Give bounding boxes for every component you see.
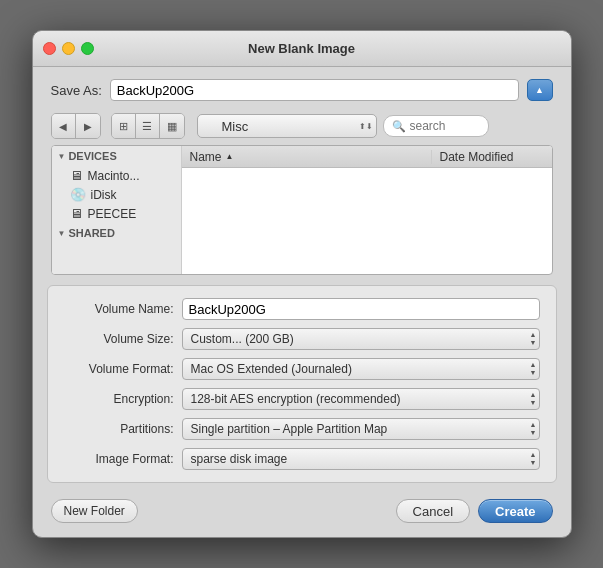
sidebar-item-macinto-label: Macinto...: [88, 169, 140, 183]
sidebar-item-idisk-label: iDisk: [91, 188, 117, 202]
peecee-icon: 🖥: [70, 206, 83, 221]
search-box: 🔍: [383, 115, 489, 137]
close-button[interactable]: [43, 42, 56, 55]
nav-button-group: ◀ ▶: [51, 113, 101, 139]
maximize-button[interactable]: [81, 42, 94, 55]
search-icon: 🔍: [392, 120, 406, 133]
file-list-header: Name ▲ Date Modified: [182, 146, 552, 168]
minimize-button[interactable]: [62, 42, 75, 55]
image-format-row: Image Format: sparse disk image ▲▼: [64, 448, 540, 470]
titlebar: New Blank Image: [33, 31, 571, 67]
form-section: Volume Name: Volume Size: Custom... (200…: [47, 285, 557, 483]
file-browser: ▼ DEVICES 🖥 Macinto... 💿 iDisk 🖥 PEECEE …: [51, 145, 553, 275]
partitions-select[interactable]: Single partition – Apple Partition Map: [182, 418, 540, 440]
back-button[interactable]: ◀: [52, 114, 76, 138]
macinto-icon: 🖥: [70, 168, 83, 183]
encryption-label: Encryption:: [64, 392, 174, 406]
sidebar-item-peecee-label: PEECEE: [88, 207, 137, 221]
icon-view-button[interactable]: ⊞: [112, 114, 136, 138]
window-title: New Blank Image: [248, 41, 355, 56]
new-folder-button[interactable]: New Folder: [51, 499, 138, 523]
file-list: Name ▲ Date Modified: [182, 146, 552, 274]
encryption-select[interactable]: 128-bit AES encryption (recommended): [182, 388, 540, 410]
saveas-chevron-button[interactable]: [527, 79, 553, 101]
volume-size-select[interactable]: Custom... (200 GB): [182, 328, 540, 350]
shared-triangle-icon: ▼: [58, 229, 66, 238]
volume-format-select[interactable]: Mac OS Extended (Journaled): [182, 358, 540, 380]
col-date[interactable]: Date Modified: [432, 150, 552, 164]
sidebar-item-peecee[interactable]: 🖥 PEECEE: [52, 204, 181, 223]
partitions-row: Partitions: Single partition – Apple Par…: [64, 418, 540, 440]
cancel-button[interactable]: Cancel: [396, 499, 470, 523]
devices-triangle-icon: ▼: [58, 152, 66, 161]
idisk-icon: 💿: [70, 187, 86, 202]
image-format-select[interactable]: sparse disk image: [182, 448, 540, 470]
devices-section[interactable]: ▼ DEVICES: [52, 146, 181, 166]
saveas-input[interactable]: [110, 79, 519, 101]
partitions-select-wrap: Single partition – Apple Partition Map ▲…: [182, 418, 540, 440]
encryption-row: Encryption: 128-bit AES encryption (reco…: [64, 388, 540, 410]
forward-button[interactable]: ▶: [76, 114, 100, 138]
partitions-label: Partitions:: [64, 422, 174, 436]
volume-format-row: Volume Format: Mac OS Extended (Journale…: [64, 358, 540, 380]
image-format-label: Image Format:: [64, 452, 174, 466]
volume-size-row: Volume Size: Custom... (200 GB) ▲▼: [64, 328, 540, 350]
folder-select[interactable]: Misc: [197, 114, 377, 138]
dialog-window: New Blank Image Save As: ◀ ▶ ⊞ ☰ ▦ 📁 Mis…: [32, 30, 572, 538]
sidebar-item-macinto[interactable]: 🖥 Macinto...: [52, 166, 181, 185]
toolbar-row: ◀ ▶ ⊞ ☰ ▦ 📁 Misc ⬆⬇ 🔍: [33, 109, 571, 145]
folder-selector: 📁 Misc ⬆⬇: [197, 114, 377, 138]
encryption-select-wrap: 128-bit AES encryption (recommended) ▲▼: [182, 388, 540, 410]
view-button-group: ⊞ ☰ ▦: [111, 113, 185, 139]
bottom-row: New Folder Cancel Create: [33, 491, 571, 537]
volume-name-input[interactable]: [182, 298, 540, 320]
saveas-label: Save As:: [51, 83, 102, 98]
list-view-button[interactable]: ☰: [136, 114, 160, 138]
volume-format-label: Volume Format:: [64, 362, 174, 376]
create-button[interactable]: Create: [478, 499, 552, 523]
volume-size-label: Volume Size:: [64, 332, 174, 346]
volume-format-select-wrap: Mac OS Extended (Journaled) ▲▼: [182, 358, 540, 380]
shared-section[interactable]: ▼ SHARED: [52, 223, 181, 243]
saveas-row: Save As:: [33, 67, 571, 109]
volume-size-select-wrap: Custom... (200 GB) ▲▼: [182, 328, 540, 350]
column-view-button[interactable]: ▦: [160, 114, 184, 138]
sidebar-item-idisk[interactable]: 💿 iDisk: [52, 185, 181, 204]
search-input[interactable]: [410, 119, 480, 133]
shared-label: SHARED: [68, 227, 114, 239]
volume-name-label: Volume Name:: [64, 302, 174, 316]
col-name[interactable]: Name ▲: [182, 150, 432, 164]
sidebar: ▼ DEVICES 🖥 Macinto... 💿 iDisk 🖥 PEECEE …: [52, 146, 182, 274]
image-format-select-wrap: sparse disk image ▲▼: [182, 448, 540, 470]
volume-name-row: Volume Name:: [64, 298, 540, 320]
devices-label: DEVICES: [68, 150, 116, 162]
folder-select-wrap: 📁 Misc ⬆⬇: [197, 114, 377, 138]
window-controls: [43, 42, 94, 55]
